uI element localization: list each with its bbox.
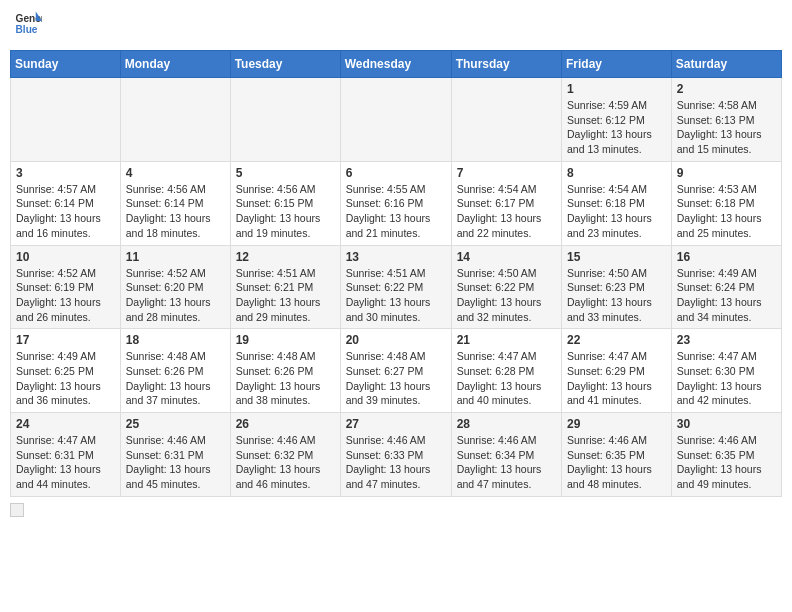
day-info: Sunrise: 4:50 AM Sunset: 6:23 PM Dayligh… (567, 266, 666, 325)
calendar-cell: 29Sunrise: 4:46 AM Sunset: 6:35 PM Dayli… (562, 413, 672, 497)
calendar-cell: 9Sunrise: 4:53 AM Sunset: 6:18 PM Daylig… (671, 161, 781, 245)
day-number: 25 (126, 417, 225, 431)
calendar-cell: 24Sunrise: 4:47 AM Sunset: 6:31 PM Dayli… (11, 413, 121, 497)
calendar-cell: 12Sunrise: 4:51 AM Sunset: 6:21 PM Dayli… (230, 245, 340, 329)
calendar-cell: 6Sunrise: 4:55 AM Sunset: 6:16 PM Daylig… (340, 161, 451, 245)
calendar-cell: 4Sunrise: 4:56 AM Sunset: 6:14 PM Daylig… (120, 161, 230, 245)
day-info: Sunrise: 4:46 AM Sunset: 6:35 PM Dayligh… (677, 433, 776, 492)
day-info: Sunrise: 4:55 AM Sunset: 6:16 PM Dayligh… (346, 182, 446, 241)
day-number: 29 (567, 417, 666, 431)
calendar-table: SundayMondayTuesdayWednesdayThursdayFrid… (10, 50, 782, 497)
day-number: 28 (457, 417, 556, 431)
calendar-cell (11, 78, 121, 162)
day-info: Sunrise: 4:48 AM Sunset: 6:27 PM Dayligh… (346, 349, 446, 408)
svg-text:Blue: Blue (16, 24, 38, 35)
day-info: Sunrise: 4:46 AM Sunset: 6:33 PM Dayligh… (346, 433, 446, 492)
day-number: 20 (346, 333, 446, 347)
day-number: 8 (567, 166, 666, 180)
weekday-header-wednesday: Wednesday (340, 51, 451, 78)
calendar-cell: 7Sunrise: 4:54 AM Sunset: 6:17 PM Daylig… (451, 161, 561, 245)
calendar-cell: 28Sunrise: 4:46 AM Sunset: 6:34 PM Dayli… (451, 413, 561, 497)
day-info: Sunrise: 4:54 AM Sunset: 6:18 PM Dayligh… (567, 182, 666, 241)
day-number: 22 (567, 333, 666, 347)
day-number: 24 (16, 417, 115, 431)
calendar-cell: 19Sunrise: 4:48 AM Sunset: 6:26 PM Dayli… (230, 329, 340, 413)
calendar-cell: 27Sunrise: 4:46 AM Sunset: 6:33 PM Dayli… (340, 413, 451, 497)
day-info: Sunrise: 4:49 AM Sunset: 6:24 PM Dayligh… (677, 266, 776, 325)
day-info: Sunrise: 4:48 AM Sunset: 6:26 PM Dayligh… (126, 349, 225, 408)
calendar-cell: 30Sunrise: 4:46 AM Sunset: 6:35 PM Dayli… (671, 413, 781, 497)
day-number: 23 (677, 333, 776, 347)
day-info: Sunrise: 4:47 AM Sunset: 6:31 PM Dayligh… (16, 433, 115, 492)
day-number: 14 (457, 250, 556, 264)
day-number: 11 (126, 250, 225, 264)
day-number: 18 (126, 333, 225, 347)
calendar-cell: 10Sunrise: 4:52 AM Sunset: 6:19 PM Dayli… (11, 245, 121, 329)
calendar-week-row: 17Sunrise: 4:49 AM Sunset: 6:25 PM Dayli… (11, 329, 782, 413)
calendar-cell: 1Sunrise: 4:59 AM Sunset: 6:12 PM Daylig… (562, 78, 672, 162)
calendar-cell: 8Sunrise: 4:54 AM Sunset: 6:18 PM Daylig… (562, 161, 672, 245)
calendar-cell: 25Sunrise: 4:46 AM Sunset: 6:31 PM Dayli… (120, 413, 230, 497)
calendar-cell: 17Sunrise: 4:49 AM Sunset: 6:25 PM Dayli… (11, 329, 121, 413)
day-number: 19 (236, 333, 335, 347)
calendar-week-row: 1Sunrise: 4:59 AM Sunset: 6:12 PM Daylig… (11, 78, 782, 162)
calendar-cell: 18Sunrise: 4:48 AM Sunset: 6:26 PM Dayli… (120, 329, 230, 413)
day-info: Sunrise: 4:51 AM Sunset: 6:22 PM Dayligh… (346, 266, 446, 325)
calendar-week-row: 10Sunrise: 4:52 AM Sunset: 6:19 PM Dayli… (11, 245, 782, 329)
day-info: Sunrise: 4:48 AM Sunset: 6:26 PM Dayligh… (236, 349, 335, 408)
logo-icon: General Blue (14, 10, 42, 38)
calendar-cell (120, 78, 230, 162)
day-info: Sunrise: 4:46 AM Sunset: 6:34 PM Dayligh… (457, 433, 556, 492)
day-info: Sunrise: 4:49 AM Sunset: 6:25 PM Dayligh… (16, 349, 115, 408)
day-info: Sunrise: 4:52 AM Sunset: 6:20 PM Dayligh… (126, 266, 225, 325)
day-info: Sunrise: 4:56 AM Sunset: 6:15 PM Dayligh… (236, 182, 335, 241)
weekday-header-saturday: Saturday (671, 51, 781, 78)
calendar-cell: 22Sunrise: 4:47 AM Sunset: 6:29 PM Dayli… (562, 329, 672, 413)
day-info: Sunrise: 4:57 AM Sunset: 6:14 PM Dayligh… (16, 182, 115, 241)
day-info: Sunrise: 4:51 AM Sunset: 6:21 PM Dayligh… (236, 266, 335, 325)
calendar-body: 1Sunrise: 4:59 AM Sunset: 6:12 PM Daylig… (11, 78, 782, 497)
day-number: 7 (457, 166, 556, 180)
day-info: Sunrise: 4:47 AM Sunset: 6:30 PM Dayligh… (677, 349, 776, 408)
day-info: Sunrise: 4:58 AM Sunset: 6:13 PM Dayligh… (677, 98, 776, 157)
day-number: 10 (16, 250, 115, 264)
day-number: 16 (677, 250, 776, 264)
calendar-cell: 14Sunrise: 4:50 AM Sunset: 6:22 PM Dayli… (451, 245, 561, 329)
logo: General Blue (14, 14, 42, 38)
page-header: General Blue (10, 10, 782, 42)
day-number: 30 (677, 417, 776, 431)
calendar-cell (451, 78, 561, 162)
day-number: 2 (677, 82, 776, 96)
day-number: 17 (16, 333, 115, 347)
day-info: Sunrise: 4:47 AM Sunset: 6:28 PM Dayligh… (457, 349, 556, 408)
calendar-header: SundayMondayTuesdayWednesdayThursdayFrid… (11, 51, 782, 78)
day-info: Sunrise: 4:46 AM Sunset: 6:32 PM Dayligh… (236, 433, 335, 492)
day-number: 3 (16, 166, 115, 180)
calendar-cell (340, 78, 451, 162)
day-number: 21 (457, 333, 556, 347)
day-info: Sunrise: 4:50 AM Sunset: 6:22 PM Dayligh… (457, 266, 556, 325)
day-number: 13 (346, 250, 446, 264)
day-number: 26 (236, 417, 335, 431)
day-number: 6 (346, 166, 446, 180)
weekday-header-monday: Monday (120, 51, 230, 78)
day-info: Sunrise: 4:46 AM Sunset: 6:35 PM Dayligh… (567, 433, 666, 492)
day-number: 27 (346, 417, 446, 431)
calendar-cell: 26Sunrise: 4:46 AM Sunset: 6:32 PM Dayli… (230, 413, 340, 497)
day-number: 9 (677, 166, 776, 180)
legend (10, 503, 782, 517)
calendar-cell: 2Sunrise: 4:58 AM Sunset: 6:13 PM Daylig… (671, 78, 781, 162)
calendar-cell: 20Sunrise: 4:48 AM Sunset: 6:27 PM Dayli… (340, 329, 451, 413)
day-number: 4 (126, 166, 225, 180)
calendar-week-row: 24Sunrise: 4:47 AM Sunset: 6:31 PM Dayli… (11, 413, 782, 497)
weekday-header-thursday: Thursday (451, 51, 561, 78)
day-info: Sunrise: 4:47 AM Sunset: 6:29 PM Dayligh… (567, 349, 666, 408)
day-number: 5 (236, 166, 335, 180)
weekday-header-friday: Friday (562, 51, 672, 78)
calendar-cell: 13Sunrise: 4:51 AM Sunset: 6:22 PM Dayli… (340, 245, 451, 329)
day-info: Sunrise: 4:59 AM Sunset: 6:12 PM Dayligh… (567, 98, 666, 157)
day-number: 1 (567, 82, 666, 96)
calendar-cell: 5Sunrise: 4:56 AM Sunset: 6:15 PM Daylig… (230, 161, 340, 245)
day-info: Sunrise: 4:53 AM Sunset: 6:18 PM Dayligh… (677, 182, 776, 241)
weekday-header-row: SundayMondayTuesdayWednesdayThursdayFrid… (11, 51, 782, 78)
